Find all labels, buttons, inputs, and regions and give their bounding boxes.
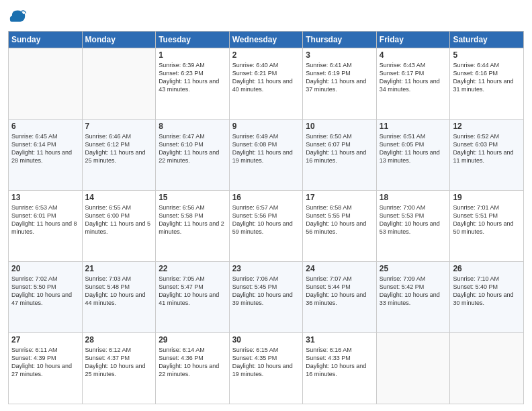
day-info: Sunrise: 6:56 AMSunset: 5:58 PMDaylight:… bbox=[159, 203, 226, 236]
day-info: Sunrise: 6:15 AMSunset: 4:35 PMDaylight:… bbox=[232, 346, 300, 379]
day-info: Sunrise: 6:43 AMSunset: 6:17 PMDaylight:… bbox=[380, 61, 447, 94]
day-info: Sunrise: 6:16 AMSunset: 4:33 PMDaylight:… bbox=[306, 346, 373, 379]
day-number: 26 bbox=[453, 264, 521, 273]
day-number: 28 bbox=[85, 335, 153, 345]
day-info: Sunrise: 7:10 AMSunset: 5:40 PMDaylight:… bbox=[453, 275, 521, 308]
day-number: 18 bbox=[380, 193, 447, 202]
calendar-day-26: 26Sunrise: 7:10 AMSunset: 5:40 PMDayligh… bbox=[450, 262, 524, 333]
logo bbox=[8, 7, 30, 26]
day-info: Sunrise: 7:09 AMSunset: 5:42 PMDaylight:… bbox=[380, 275, 447, 308]
day-number: 12 bbox=[453, 122, 521, 131]
day-info: Sunrise: 6:49 AMSunset: 6:08 PMDaylight:… bbox=[232, 132, 300, 165]
calendar-day-30: 30Sunrise: 6:15 AMSunset: 4:35 PMDayligh… bbox=[229, 333, 303, 404]
day-info: Sunrise: 6:11 AMSunset: 4:39 PMDaylight:… bbox=[11, 346, 79, 379]
calendar-day-8: 8Sunrise: 6:47 AMSunset: 6:10 PMDaylight… bbox=[156, 120, 230, 191]
day-number: 29 bbox=[159, 335, 226, 345]
day-info: Sunrise: 6:44 AMSunset: 6:16 PMDaylight:… bbox=[453, 61, 521, 94]
day-info: Sunrise: 6:47 AMSunset: 6:10 PMDaylight:… bbox=[159, 132, 226, 165]
page-container: SundayMondayTuesdayWednesdayThursdayFrid… bbox=[0, 0, 532, 411]
calendar-day-13: 13Sunrise: 6:53 AMSunset: 6:01 PMDayligh… bbox=[9, 191, 83, 262]
day-number: 1 bbox=[159, 50, 226, 60]
day-info: Sunrise: 7:07 AMSunset: 5:44 PMDaylight:… bbox=[306, 275, 373, 308]
day-number: 13 bbox=[11, 193, 79, 202]
calendar-day-18: 18Sunrise: 7:00 AMSunset: 5:53 PMDayligh… bbox=[376, 191, 450, 262]
day-number: 8 bbox=[159, 122, 226, 131]
day-number: 22 bbox=[159, 264, 226, 273]
calendar-week-3: 13Sunrise: 6:53 AMSunset: 6:01 PMDayligh… bbox=[9, 191, 524, 262]
day-number: 17 bbox=[306, 193, 373, 202]
day-info: Sunrise: 6:14 AMSunset: 4:36 PMDaylight:… bbox=[159, 346, 226, 379]
day-number: 20 bbox=[11, 264, 79, 273]
day-info: Sunrise: 6:51 AMSunset: 6:05 PMDaylight:… bbox=[380, 132, 447, 165]
calendar-day-6: 6Sunrise: 6:45 AMSunset: 6:14 PMDaylight… bbox=[9, 120, 83, 191]
calendar-day-25: 25Sunrise: 7:09 AMSunset: 5:42 PMDayligh… bbox=[376, 262, 450, 333]
day-number: 2 bbox=[232, 50, 300, 60]
calendar-day-11: 11Sunrise: 6:51 AMSunset: 6:05 PMDayligh… bbox=[376, 120, 450, 191]
calendar-day-2: 2Sunrise: 6:40 AMSunset: 6:21 PMDaylight… bbox=[229, 48, 303, 120]
col-header-friday: Friday bbox=[376, 32, 450, 48]
day-info: Sunrise: 7:02 AMSunset: 5:50 PMDaylight:… bbox=[11, 275, 79, 308]
day-info: Sunrise: 7:05 AMSunset: 5:47 PMDaylight:… bbox=[159, 275, 226, 308]
calendar-day-24: 24Sunrise: 7:07 AMSunset: 5:44 PMDayligh… bbox=[303, 262, 377, 333]
day-number: 4 bbox=[380, 50, 447, 60]
day-info: Sunrise: 7:06 AMSunset: 5:45 PMDaylight:… bbox=[232, 275, 300, 308]
calendar-day-14: 14Sunrise: 6:55 AMSunset: 6:00 PMDayligh… bbox=[82, 191, 156, 262]
day-info: Sunrise: 7:00 AMSunset: 5:53 PMDaylight:… bbox=[380, 203, 447, 236]
day-number: 3 bbox=[306, 50, 373, 60]
day-number: 25 bbox=[380, 264, 447, 273]
calendar-day-5: 5Sunrise: 6:44 AMSunset: 6:16 PMDaylight… bbox=[450, 48, 524, 120]
day-number: 19 bbox=[453, 193, 521, 202]
calendar-day-10: 10Sunrise: 6:50 AMSunset: 6:07 PMDayligh… bbox=[303, 120, 377, 191]
calendar-day-3: 3Sunrise: 6:41 AMSunset: 6:19 PMDaylight… bbox=[303, 48, 377, 120]
calendar-day-22: 22Sunrise: 7:05 AMSunset: 5:47 PMDayligh… bbox=[156, 262, 230, 333]
calendar-day-16: 16Sunrise: 6:57 AMSunset: 5:56 PMDayligh… bbox=[229, 191, 303, 262]
calendar-empty bbox=[376, 333, 450, 404]
calendar-week-5: 27Sunrise: 6:11 AMSunset: 4:39 PMDayligh… bbox=[9, 333, 524, 404]
day-number: 30 bbox=[232, 335, 300, 345]
day-number: 9 bbox=[232, 122, 300, 131]
calendar-day-19: 19Sunrise: 7:01 AMSunset: 5:51 PMDayligh… bbox=[450, 191, 524, 262]
day-info: Sunrise: 6:41 AMSunset: 6:19 PMDaylight:… bbox=[306, 61, 373, 94]
col-header-wednesday: Wednesday bbox=[229, 32, 303, 48]
calendar-day-20: 20Sunrise: 7:02 AMSunset: 5:50 PMDayligh… bbox=[9, 262, 83, 333]
day-number: 5 bbox=[453, 50, 521, 60]
day-info: Sunrise: 6:45 AMSunset: 6:14 PMDaylight:… bbox=[11, 132, 79, 165]
col-header-thursday: Thursday bbox=[303, 32, 377, 48]
calendar-day-21: 21Sunrise: 7:03 AMSunset: 5:48 PMDayligh… bbox=[82, 262, 156, 333]
day-number: 21 bbox=[85, 264, 153, 273]
day-number: 10 bbox=[306, 122, 373, 131]
day-info: Sunrise: 6:57 AMSunset: 5:56 PMDaylight:… bbox=[232, 203, 300, 236]
day-info: Sunrise: 7:01 AMSunset: 5:51 PMDaylight:… bbox=[453, 203, 521, 236]
day-number: 31 bbox=[306, 335, 373, 345]
col-header-tuesday: Tuesday bbox=[156, 32, 230, 48]
calendar-week-1: 1Sunrise: 6:39 AMSunset: 6:23 PMDaylight… bbox=[9, 48, 524, 120]
col-header-saturday: Saturday bbox=[450, 32, 524, 48]
calendar-day-12: 12Sunrise: 6:52 AMSunset: 6:03 PMDayligh… bbox=[450, 120, 524, 191]
day-info: Sunrise: 6:53 AMSunset: 6:01 PMDaylight:… bbox=[11, 203, 79, 236]
logo-icon bbox=[8, 7, 27, 26]
day-info: Sunrise: 6:12 AMSunset: 4:37 PMDaylight:… bbox=[85, 346, 153, 379]
calendar-table: SundayMondayTuesdayWednesdayThursdayFrid… bbox=[8, 31, 524, 404]
calendar-day-28: 28Sunrise: 6:12 AMSunset: 4:37 PMDayligh… bbox=[82, 333, 156, 404]
calendar-empty bbox=[450, 333, 524, 404]
calendar-week-2: 6Sunrise: 6:45 AMSunset: 6:14 PMDaylight… bbox=[9, 120, 524, 191]
calendar-day-1: 1Sunrise: 6:39 AMSunset: 6:23 PMDaylight… bbox=[156, 48, 230, 120]
calendar-empty bbox=[9, 48, 83, 120]
calendar-day-4: 4Sunrise: 6:43 AMSunset: 6:17 PMDaylight… bbox=[376, 48, 450, 120]
calendar-day-27: 27Sunrise: 6:11 AMSunset: 4:39 PMDayligh… bbox=[9, 333, 83, 404]
calendar-day-17: 17Sunrise: 6:58 AMSunset: 5:55 PMDayligh… bbox=[303, 191, 377, 262]
day-info: Sunrise: 6:58 AMSunset: 5:55 PMDaylight:… bbox=[306, 203, 373, 236]
day-number: 24 bbox=[306, 264, 373, 273]
col-header-sunday: Sunday bbox=[9, 32, 83, 48]
calendar-day-15: 15Sunrise: 6:56 AMSunset: 5:58 PMDayligh… bbox=[156, 191, 230, 262]
day-number: 23 bbox=[232, 264, 300, 273]
day-info: Sunrise: 7:03 AMSunset: 5:48 PMDaylight:… bbox=[85, 275, 153, 308]
calendar-day-29: 29Sunrise: 6:14 AMSunset: 4:36 PMDayligh… bbox=[156, 333, 230, 404]
day-number: 14 bbox=[85, 193, 153, 202]
day-number: 16 bbox=[232, 193, 300, 202]
day-info: Sunrise: 6:52 AMSunset: 6:03 PMDaylight:… bbox=[453, 132, 521, 165]
day-number: 7 bbox=[85, 122, 153, 131]
day-number: 11 bbox=[380, 122, 447, 131]
calendar-empty bbox=[82, 48, 156, 120]
header bbox=[8, 7, 524, 26]
